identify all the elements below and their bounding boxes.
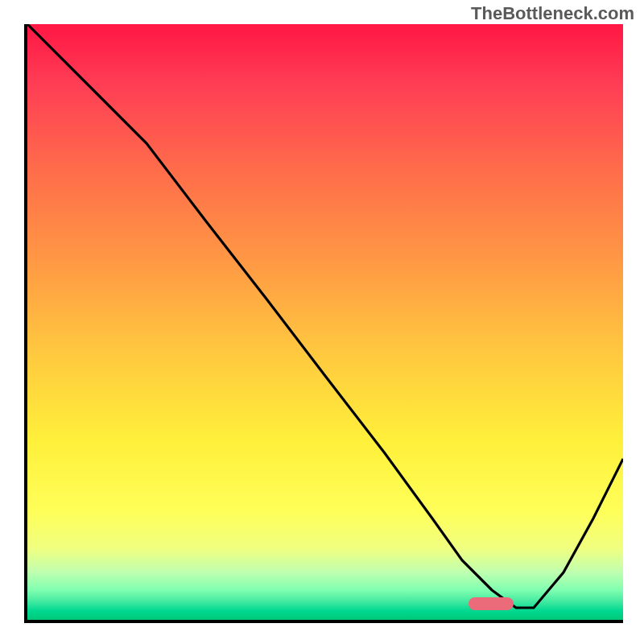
- optimal-zone-marker: [469, 597, 514, 610]
- plot-area: [24, 24, 623, 623]
- curve-svg: [27, 24, 623, 620]
- chart-container: TheBottleneck.com: [0, 0, 644, 644]
- bottleneck-curve-line: [27, 24, 623, 608]
- watermark-text: TheBottleneck.com: [471, 3, 634, 24]
